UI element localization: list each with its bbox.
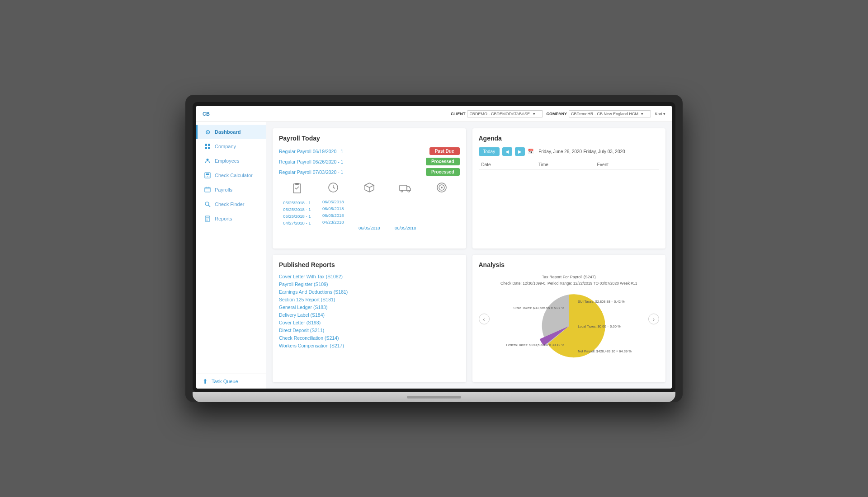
truck-icon bbox=[399, 182, 412, 196]
svg-rect-2 bbox=[205, 147, 207, 149]
svg-point-29 bbox=[441, 187, 443, 188]
report-link-5[interactable]: Delivery Label (S184) bbox=[279, 312, 460, 318]
report-link-4[interactable]: General Ledger (S183) bbox=[279, 305, 460, 310]
payroll-date-3-2[interactable]: 04/23/2018 bbox=[322, 220, 344, 225]
laptop-notch bbox=[407, 396, 461, 399]
payroll-date-1-2[interactable]: 06/05/2018 bbox=[322, 206, 344, 211]
payroll-date-2-1[interactable]: 05/25/2018 - 1 bbox=[283, 214, 311, 219]
analysis-title: Analysis bbox=[479, 261, 660, 268]
client-value: CBDEMO - CBDEMODATABASE bbox=[469, 112, 530, 116]
svg-point-7 bbox=[206, 176, 207, 177]
dashboard-icon: ⊙ bbox=[204, 128, 211, 136]
laptop-frame: CB CLIENT CBDEMO - CBDEMODATABASE ▾ COMP… bbox=[185, 95, 683, 402]
sidebar-item-employees[interactable]: Employees bbox=[196, 154, 266, 168]
published-reports-panel: Published Reports Cover Letter With Tax … bbox=[273, 255, 466, 382]
payroll-date-2-2[interactable]: 06/05/2018 bbox=[322, 213, 344, 218]
federal-taxes-label: Federal Taxes: $199,509.88 = 30.12 % bbox=[506, 343, 564, 347]
task-queue-label: Task Queue bbox=[212, 379, 238, 384]
sidebar-item-payrolls[interactable]: Payrolls bbox=[196, 183, 266, 197]
payroll-link-2[interactable]: Regular Payroll 07/03/2020 - 1 bbox=[279, 169, 343, 175]
payroll-date-1-1[interactable]: 05/25/2018 - 1 bbox=[283, 207, 311, 212]
sidebar-bottom: ⬆ Task Queue bbox=[196, 374, 266, 389]
task-queue-icon: ⬆ bbox=[203, 378, 208, 385]
agenda-table: Date Time Event bbox=[479, 160, 660, 169]
payroll-icon-col-0: 05/25/2018 - 1 05/25/2018 - 1 05/25/2018… bbox=[279, 182, 315, 225]
svg-rect-21 bbox=[295, 183, 299, 185]
sidebar-item-company[interactable]: Company bbox=[196, 139, 266, 154]
analysis-chart-area: ‹ Tax Report For Payroll (S247) Check Da… bbox=[479, 274, 660, 364]
chart-next-button[interactable]: › bbox=[648, 314, 659, 324]
chart-title: Tax Report For Payroll (S247) bbox=[542, 274, 596, 280]
user-menu[interactable]: Kari ▾ bbox=[655, 112, 665, 116]
check-calculator-icon bbox=[204, 172, 211, 179]
net-payroll-label: Net Payroll: $428,489.10 = 64.39 % bbox=[578, 349, 632, 353]
report-link-9[interactable]: Workers Compensation (S217) bbox=[279, 343, 460, 348]
sidebar-item-reports[interactable]: Reports bbox=[196, 211, 266, 226]
box-icon bbox=[364, 182, 375, 196]
svg-rect-6 bbox=[206, 173, 209, 175]
agenda-prev-button[interactable]: ◀ bbox=[502, 147, 512, 156]
agenda-next-button[interactable]: ▶ bbox=[515, 147, 525, 156]
reports-icon bbox=[204, 215, 211, 222]
local-taxes-label: Local Taxes: $0.00 = 0.00 % bbox=[578, 324, 620, 328]
agenda-date-range: Friday, June 26, 2020-Friday, July 03, 2… bbox=[538, 149, 625, 154]
agenda-today-button[interactable]: Today bbox=[479, 147, 500, 156]
agenda-col-date: Date bbox=[479, 160, 536, 169]
screen-bezel: CB CLIENT CBDEMO - CBDEMODATABASE ▾ COMP… bbox=[193, 102, 675, 392]
company-icon bbox=[204, 143, 211, 150]
company-select[interactable]: CBDemoHR - CB New England HCM ▾ bbox=[569, 110, 651, 117]
status-badge-0: Past Due bbox=[429, 147, 460, 155]
payroll-date-0-1[interactable]: 05/25/2018 - 1 bbox=[283, 200, 311, 205]
agenda-toolbar: Today ◀ ▶ 📅 Friday, June 26, 2020-Friday… bbox=[479, 147, 660, 156]
report-link-6[interactable]: Cover Letter (S193) bbox=[279, 320, 460, 325]
company-dropdown-icon: ▾ bbox=[641, 112, 643, 116]
chart-prev-button[interactable]: ‹ bbox=[479, 314, 490, 324]
app-logo: CB bbox=[203, 111, 210, 117]
sidebar-label-company: Company bbox=[215, 144, 236, 149]
sidebar-item-dashboard[interactable]: ⊙ Dashboard bbox=[196, 125, 266, 139]
report-link-2[interactable]: Earnings And Deductions (S181) bbox=[279, 289, 460, 295]
laptop-base bbox=[193, 392, 675, 402]
top-bar-left: CB bbox=[203, 111, 210, 117]
sidebar-label-check-finder: Check Finder bbox=[215, 202, 244, 207]
target-icon bbox=[436, 182, 447, 196]
payroll-date-3-1[interactable]: 04/27/2018 - 1 bbox=[283, 220, 311, 225]
sidebar-item-check-calculator[interactable]: Check Calculator bbox=[196, 168, 266, 183]
sidebar-label-employees: Employees bbox=[215, 158, 239, 164]
client-field: CLIENT CBDEMO - CBDEMODATABASE ▾ bbox=[451, 110, 543, 117]
sidebar-label-dashboard: Dashboard bbox=[215, 129, 241, 135]
payroll-icons-row: 05/25/2018 - 1 05/25/2018 - 1 05/25/2018… bbox=[279, 182, 460, 230]
svg-point-14 bbox=[205, 202, 209, 206]
svg-point-4 bbox=[207, 159, 209, 161]
report-link-8[interactable]: Check Reconciliation (S214) bbox=[279, 335, 460, 341]
clock-icon bbox=[328, 182, 339, 196]
client-dropdown-icon: ▾ bbox=[533, 112, 535, 116]
chart-subtitle: Check Date: 12/30/1899-0, Period Range: … bbox=[500, 281, 637, 286]
payroll-date-0-2[interactable]: 06/05/2018 bbox=[322, 199, 344, 204]
payroll-row-1: Regular Payroll 06/26/2020 - 1 Processed bbox=[279, 158, 460, 165]
report-link-0[interactable]: Cover Letter With Tax (S1082) bbox=[279, 274, 460, 279]
report-link-7[interactable]: Direct Deposit (S211) bbox=[279, 328, 460, 333]
calendar-icon: 📅 bbox=[528, 149, 534, 155]
svg-rect-10 bbox=[205, 188, 210, 192]
payroll-link-0[interactable]: Regular Payroll 06/19/2020 - 1 bbox=[279, 149, 343, 154]
company-field: COMPANY CBDemoHR - CB New England HCM ▾ bbox=[547, 110, 651, 117]
report-link-1[interactable]: Payroll Register (S109) bbox=[279, 281, 460, 287]
payroll-date-2-3[interactable]: 06/05/2018 bbox=[359, 225, 380, 230]
analysis-panel: Analysis ‹ Tax Report For Payroll (S247)… bbox=[472, 255, 666, 382]
report-link-3[interactable]: Section 125 Report (S181) bbox=[279, 297, 460, 302]
agenda-col-time: Time bbox=[536, 160, 594, 169]
payroll-today-panel: Payroll Today Regular Payroll 06/19/2020… bbox=[273, 128, 466, 248]
sidebar-item-check-finder[interactable]: Check Finder bbox=[196, 197, 266, 211]
payroll-link-1[interactable]: Regular Payroll 06/26/2020 - 1 bbox=[279, 159, 343, 164]
main-layout: ⊙ Dashboard Company Employees bbox=[196, 122, 672, 389]
task-queue-item[interactable]: ⬆ Task Queue bbox=[203, 378, 259, 385]
payroll-icon-col-4 bbox=[424, 182, 460, 197]
svg-point-8 bbox=[207, 176, 208, 177]
payroll-icon-col-3: 06/05/2018 bbox=[387, 182, 424, 230]
check-finder-icon bbox=[204, 201, 211, 208]
svg-rect-3 bbox=[208, 147, 210, 149]
payroll-date-2-4[interactable]: 06/05/2018 bbox=[395, 225, 416, 230]
client-select[interactable]: CBDEMO - CBDEMODATABASE ▾ bbox=[467, 110, 542, 117]
svg-point-9 bbox=[209, 176, 210, 177]
